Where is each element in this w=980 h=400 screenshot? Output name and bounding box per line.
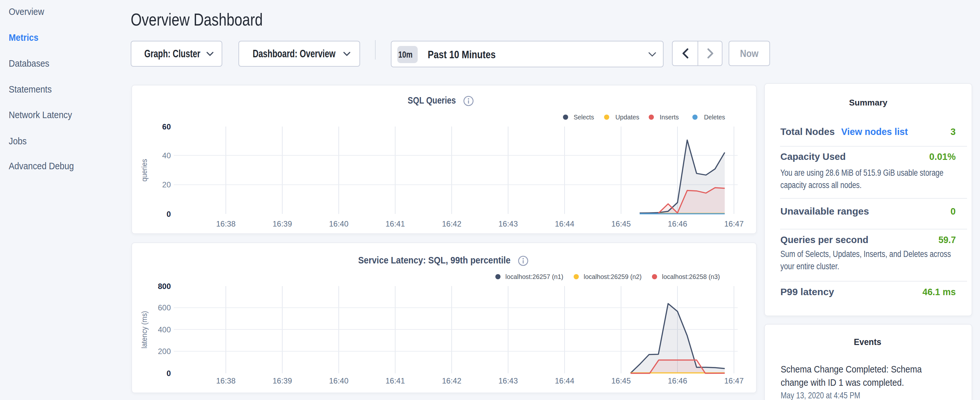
svg-text:16:41: 16:41 — [385, 220, 405, 228]
svg-text:16:38: 16:38 — [216, 220, 235, 228]
svg-text:20: 20 — [162, 180, 171, 189]
svg-text:16:38: 16:38 — [216, 376, 235, 385]
svg-text:16:47: 16:47 — [724, 376, 743, 385]
svg-text:600: 600 — [158, 303, 171, 312]
svg-text:16:40: 16:40 — [329, 376, 348, 385]
svg-text:16:39: 16:39 — [272, 376, 292, 385]
svg-text:16:39: 16:39 — [272, 220, 292, 228]
svg-text:16:47: 16:47 — [724, 220, 743, 228]
svg-text:800: 800 — [158, 282, 171, 291]
svg-text:16:45: 16:45 — [611, 376, 631, 385]
svg-text:16:46: 16:46 — [668, 376, 687, 385]
svg-text:16:42: 16:42 — [442, 220, 461, 228]
svg-text:400: 400 — [158, 325, 171, 334]
svg-text:0: 0 — [167, 369, 171, 378]
svg-text:40: 40 — [162, 151, 171, 160]
svg-text:latency (ms): latency (ms) — [140, 311, 148, 349]
svg-text:16:40: 16:40 — [329, 220, 348, 228]
svg-text:16:42: 16:42 — [442, 376, 461, 385]
svg-text:16:43: 16:43 — [498, 220, 518, 228]
svg-text:0: 0 — [167, 210, 171, 218]
svg-text:16:44: 16:44 — [555, 220, 574, 228]
svg-text:16:46: 16:46 — [668, 220, 687, 228]
svg-text:16:44: 16:44 — [555, 376, 574, 385]
svg-text:16:41: 16:41 — [385, 376, 405, 385]
svg-text:200: 200 — [158, 347, 171, 356]
svg-text:queries: queries — [140, 159, 148, 182]
svg-text:16:45: 16:45 — [611, 220, 631, 228]
svg-text:16:43: 16:43 — [498, 376, 518, 385]
svg-text:60: 60 — [162, 122, 171, 131]
